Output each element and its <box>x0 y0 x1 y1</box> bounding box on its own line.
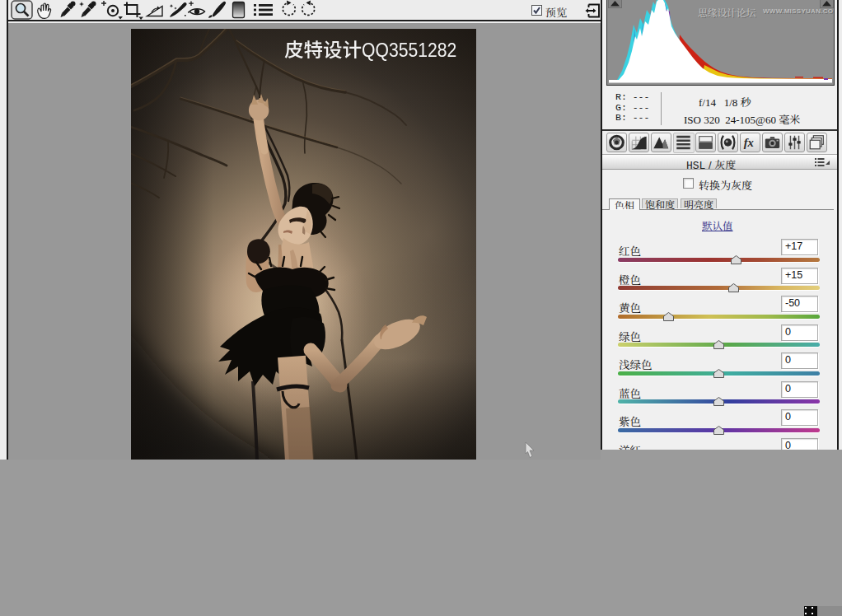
svg-text:fx: fx <box>744 136 754 149</box>
